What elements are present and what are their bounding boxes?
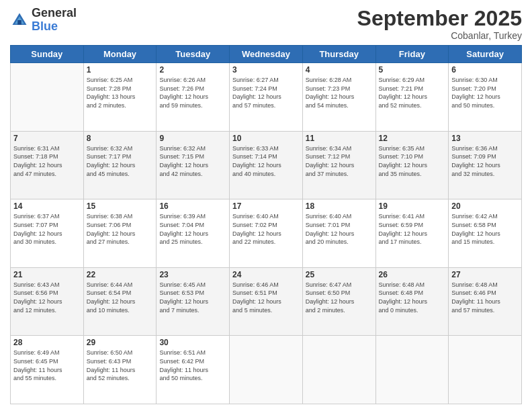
day-info: Sunrise: 6:40 AM Sunset: 7:02 PM Dayligh… bbox=[232, 212, 300, 246]
day-number: 30 bbox=[159, 338, 226, 347]
calendar-day-cell: 10Sunrise: 6:33 AM Sunset: 7:14 PM Dayli… bbox=[230, 131, 303, 199]
day-number: 24 bbox=[232, 270, 300, 279]
day-info: Sunrise: 6:48 AM Sunset: 6:46 PM Dayligh… bbox=[451, 281, 519, 314]
day-number: 26 bbox=[379, 270, 446, 279]
day-number: 14 bbox=[13, 201, 81, 211]
day-info: Sunrise: 6:25 AM Sunset: 7:28 PM Dayligh… bbox=[87, 76, 154, 109]
month-title: September 2025 bbox=[357, 7, 522, 30]
calendar-day-header: Monday bbox=[83, 46, 157, 63]
logo-general-text: General bbox=[32, 6, 77, 19]
day-info: Sunrise: 6:42 AM Sunset: 6:58 PM Dayligh… bbox=[451, 212, 519, 246]
calendar-day-header: Tuesday bbox=[157, 46, 230, 63]
calendar-day-cell: 26Sunrise: 6:48 AM Sunset: 6:48 PM Dayli… bbox=[375, 267, 449, 336]
calendar-day-cell: 14Sunrise: 6:37 AM Sunset: 7:07 PM Dayli… bbox=[11, 199, 84, 268]
calendar-day-cell bbox=[11, 63, 84, 132]
day-info: Sunrise: 6:51 AM Sunset: 6:42 PM Dayligh… bbox=[159, 349, 226, 382]
calendar-day-cell: 15Sunrise: 6:38 AM Sunset: 7:06 PM Dayli… bbox=[83, 199, 157, 268]
day-info: Sunrise: 6:29 AM Sunset: 7:21 PM Dayligh… bbox=[379, 76, 446, 109]
logo-icon bbox=[10, 11, 29, 30]
day-info: Sunrise: 6:33 AM Sunset: 7:14 PM Dayligh… bbox=[232, 144, 300, 178]
day-number: 20 bbox=[451, 201, 519, 211]
day-info: Sunrise: 6:45 AM Sunset: 6:53 PM Dayligh… bbox=[159, 281, 226, 314]
calendar-day-header: Thursday bbox=[302, 46, 375, 63]
calendar-day-cell: 9Sunrise: 6:32 AM Sunset: 7:15 PM Daylig… bbox=[157, 131, 230, 199]
calendar-day-cell: 22Sunrise: 6:44 AM Sunset: 6:54 PM Dayli… bbox=[83, 267, 157, 336]
day-info: Sunrise: 6:35 AM Sunset: 7:10 PM Dayligh… bbox=[379, 144, 446, 178]
calendar-day-cell: 2Sunrise: 6:26 AM Sunset: 7:26 PM Daylig… bbox=[157, 63, 230, 132]
calendar-day-cell: 29Sunrise: 6:50 AM Sunset: 6:43 PM Dayli… bbox=[83, 336, 157, 404]
title-block: September 2025 Cobanlar, Turkey bbox=[357, 7, 522, 41]
day-info: Sunrise: 6:37 AM Sunset: 7:07 PM Dayligh… bbox=[13, 212, 81, 246]
calendar-week-row: 14Sunrise: 6:37 AM Sunset: 7:07 PM Dayli… bbox=[11, 199, 522, 268]
day-number: 5 bbox=[379, 65, 446, 75]
day-number: 29 bbox=[87, 338, 154, 347]
day-info: Sunrise: 6:48 AM Sunset: 6:48 PM Dayligh… bbox=[379, 281, 446, 314]
calendar-day-cell: 17Sunrise: 6:40 AM Sunset: 7:02 PM Dayli… bbox=[230, 199, 303, 268]
day-info: Sunrise: 6:34 AM Sunset: 7:12 PM Dayligh… bbox=[306, 144, 373, 178]
calendar-day-header: Wednesday bbox=[230, 46, 303, 63]
calendar-day-cell: 3Sunrise: 6:27 AM Sunset: 7:24 PM Daylig… bbox=[230, 63, 303, 132]
day-number: 22 bbox=[87, 270, 154, 279]
day-number: 25 bbox=[306, 270, 373, 279]
day-info: Sunrise: 6:38 AM Sunset: 7:06 PM Dayligh… bbox=[87, 212, 154, 246]
day-info: Sunrise: 6:30 AM Sunset: 7:20 PM Dayligh… bbox=[451, 76, 519, 109]
day-number: 8 bbox=[87, 134, 154, 143]
day-info: Sunrise: 6:31 AM Sunset: 7:18 PM Dayligh… bbox=[13, 144, 81, 178]
calendar-day-cell: 28Sunrise: 6:49 AM Sunset: 6:45 PM Dayli… bbox=[11, 336, 84, 404]
logo-text: General Blue bbox=[32, 7, 77, 34]
day-info: Sunrise: 6:32 AM Sunset: 7:15 PM Dayligh… bbox=[159, 144, 226, 178]
calendar-day-cell: 19Sunrise: 6:41 AM Sunset: 6:59 PM Dayli… bbox=[375, 199, 449, 268]
day-number: 2 bbox=[159, 65, 226, 75]
logo: General Blue bbox=[10, 7, 77, 34]
logo-blue-text: Blue bbox=[32, 19, 58, 33]
day-number: 11 bbox=[306, 134, 373, 143]
calendar-day-cell: 23Sunrise: 6:45 AM Sunset: 6:53 PM Dayli… bbox=[157, 267, 230, 336]
calendar-day-cell bbox=[302, 336, 375, 404]
calendar-day-cell: 16Sunrise: 6:39 AM Sunset: 7:04 PM Dayli… bbox=[157, 199, 230, 268]
calendar-day-cell bbox=[230, 336, 303, 404]
day-number: 21 bbox=[13, 270, 81, 279]
calendar-day-cell: 6Sunrise: 6:30 AM Sunset: 7:20 PM Daylig… bbox=[449, 63, 522, 132]
calendar-day-cell bbox=[375, 336, 449, 404]
day-info: Sunrise: 6:28 AM Sunset: 7:23 PM Dayligh… bbox=[306, 76, 373, 109]
calendar-day-header: Saturday bbox=[449, 46, 522, 63]
day-number: 19 bbox=[379, 201, 446, 211]
day-number: 3 bbox=[232, 65, 300, 75]
calendar-day-cell: 4Sunrise: 6:28 AM Sunset: 7:23 PM Daylig… bbox=[302, 63, 375, 132]
calendar-week-row: 21Sunrise: 6:43 AM Sunset: 6:56 PM Dayli… bbox=[11, 267, 522, 336]
day-number: 23 bbox=[159, 270, 226, 279]
day-info: Sunrise: 6:41 AM Sunset: 6:59 PM Dayligh… bbox=[379, 212, 446, 246]
day-number: 4 bbox=[306, 65, 373, 75]
day-number: 17 bbox=[232, 201, 300, 211]
calendar-header-row: SundayMondayTuesdayWednesdayThursdayFrid… bbox=[11, 46, 522, 63]
location: Cobanlar, Turkey bbox=[357, 30, 522, 41]
calendar-day-cell: 30Sunrise: 6:51 AM Sunset: 6:42 PM Dayli… bbox=[157, 336, 230, 404]
day-info: Sunrise: 6:43 AM Sunset: 6:56 PM Dayligh… bbox=[13, 281, 81, 314]
day-number: 1 bbox=[87, 65, 154, 75]
calendar-day-header: Sunday bbox=[11, 46, 84, 63]
day-info: Sunrise: 6:50 AM Sunset: 6:43 PM Dayligh… bbox=[87, 349, 154, 382]
day-info: Sunrise: 6:36 AM Sunset: 7:09 PM Dayligh… bbox=[451, 144, 519, 178]
day-number: 15 bbox=[87, 201, 154, 211]
day-number: 10 bbox=[232, 134, 300, 143]
day-info: Sunrise: 6:26 AM Sunset: 7:26 PM Dayligh… bbox=[159, 76, 226, 109]
calendar-day-cell: 5Sunrise: 6:29 AM Sunset: 7:21 PM Daylig… bbox=[375, 63, 449, 132]
svg-rect-2 bbox=[17, 20, 21, 25]
day-info: Sunrise: 6:40 AM Sunset: 7:01 PM Dayligh… bbox=[306, 212, 373, 246]
day-number: 28 bbox=[13, 338, 81, 347]
day-info: Sunrise: 6:32 AM Sunset: 7:17 PM Dayligh… bbox=[87, 144, 154, 178]
calendar-day-cell: 13Sunrise: 6:36 AM Sunset: 7:09 PM Dayli… bbox=[449, 131, 522, 199]
day-number: 13 bbox=[451, 134, 519, 143]
day-number: 6 bbox=[451, 65, 519, 75]
calendar-day-cell: 8Sunrise: 6:32 AM Sunset: 7:17 PM Daylig… bbox=[83, 131, 157, 199]
calendar-day-cell: 11Sunrise: 6:34 AM Sunset: 7:12 PM Dayli… bbox=[302, 131, 375, 199]
calendar-day-header: Friday bbox=[375, 46, 449, 63]
day-info: Sunrise: 6:47 AM Sunset: 6:50 PM Dayligh… bbox=[306, 281, 373, 314]
day-number: 7 bbox=[13, 134, 81, 143]
calendar-day-cell: 24Sunrise: 6:46 AM Sunset: 6:51 PM Dayli… bbox=[230, 267, 303, 336]
calendar-day-cell: 20Sunrise: 6:42 AM Sunset: 6:58 PM Dayli… bbox=[449, 199, 522, 268]
calendar-week-row: 7Sunrise: 6:31 AM Sunset: 7:18 PM Daylig… bbox=[11, 131, 522, 199]
calendar-day-cell: 1Sunrise: 6:25 AM Sunset: 7:28 PM Daylig… bbox=[83, 63, 157, 132]
calendar-day-cell bbox=[449, 336, 522, 404]
day-info: Sunrise: 6:39 AM Sunset: 7:04 PM Dayligh… bbox=[159, 212, 226, 246]
